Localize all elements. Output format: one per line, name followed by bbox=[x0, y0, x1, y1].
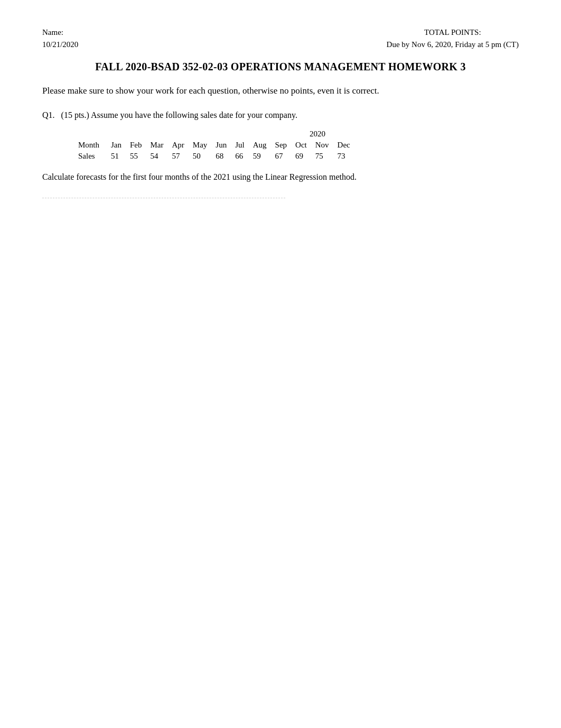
answer-lines bbox=[42, 198, 285, 198]
apr-header: Apr bbox=[168, 140, 189, 151]
oct-header: Oct bbox=[291, 140, 311, 151]
jun-value: 68 bbox=[211, 151, 231, 162]
dec-header: Dec bbox=[333, 140, 354, 151]
jan-header: Jan bbox=[107, 140, 126, 151]
sales-table: Month Jan Feb Mar Apr May Jun Jul Aug Se… bbox=[74, 140, 354, 162]
header-right: TOTAL POINTS: Due by Nov 6, 2020, Friday… bbox=[387, 26, 519, 50]
question-points: (15 pts.) bbox=[61, 110, 89, 119]
page-title: FALL 2020-BSAD 352-02-03 OPERATIONS MANA… bbox=[42, 61, 519, 73]
nov-value: 75 bbox=[311, 151, 333, 162]
feb-value: 55 bbox=[126, 151, 146, 162]
data-table-section: 2020 Month Jan Feb Mar Apr May Jun Jul A… bbox=[74, 130, 519, 162]
jun-header: Jun bbox=[211, 140, 231, 151]
dec-value: 73 bbox=[333, 151, 354, 162]
aug-value: 59 bbox=[249, 151, 271, 162]
question-body: Assume you have the following sales date… bbox=[91, 110, 297, 119]
forecast-instruction: Calculate forecasts for the first four m… bbox=[42, 172, 519, 182]
year-label: 2020 bbox=[74, 130, 519, 139]
jul-header: Jul bbox=[231, 140, 249, 151]
jul-value: 66 bbox=[231, 151, 249, 162]
aug-header: Aug bbox=[249, 140, 271, 151]
month-header: Month bbox=[74, 140, 107, 151]
jan-value: 51 bbox=[107, 151, 126, 162]
page-header: Name: 10/21/2020 TOTAL POINTS: Due by No… bbox=[42, 26, 519, 50]
question-text: Q1. (15 pts.) Assume you have the follow… bbox=[42, 110, 519, 120]
mar-header: Mar bbox=[146, 140, 168, 151]
table-header-row: Month Jan Feb Mar Apr May Jun Jul Aug Se… bbox=[74, 140, 354, 151]
question-number: Q1. bbox=[42, 110, 55, 119]
nov-header: Nov bbox=[311, 140, 333, 151]
header-left: Name: 10/21/2020 bbox=[42, 26, 78, 50]
sep-value: 67 bbox=[271, 151, 292, 162]
apr-value: 57 bbox=[168, 151, 189, 162]
mar-value: 54 bbox=[146, 151, 168, 162]
sep-header: Sep bbox=[271, 140, 292, 151]
may-header: May bbox=[189, 140, 212, 151]
date-label: 10/21/2020 bbox=[42, 39, 78, 51]
sales-label: Sales bbox=[74, 151, 107, 162]
may-value: 50 bbox=[189, 151, 212, 162]
sales-row: Sales 51 55 54 57 50 68 66 59 67 69 75 7… bbox=[74, 151, 354, 162]
due-date-label: Due by Nov 6, 2020, Friday at 5 pm (CT) bbox=[387, 39, 519, 51]
name-label: Name: bbox=[42, 26, 78, 39]
total-points-label: TOTAL POINTS: bbox=[387, 26, 519, 39]
oct-value: 69 bbox=[291, 151, 311, 162]
feb-header: Feb bbox=[126, 140, 146, 151]
instruction-text: Please make sure to show your work for e… bbox=[42, 84, 519, 98]
